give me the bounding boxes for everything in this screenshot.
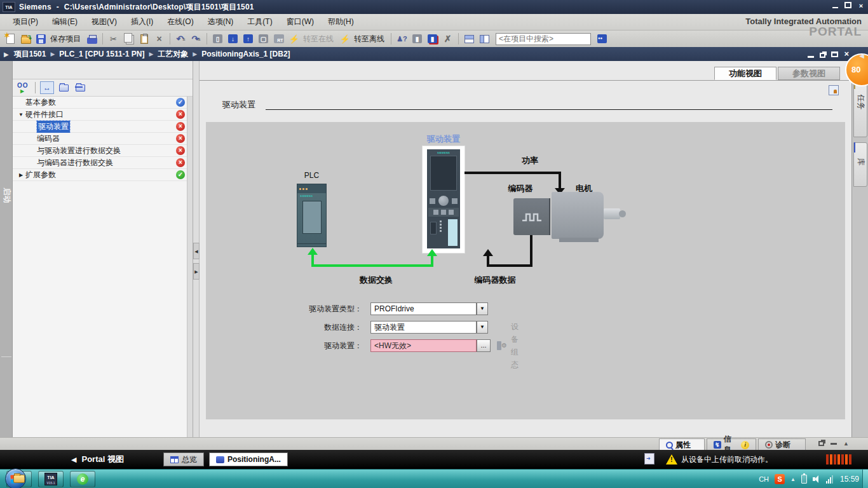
- inspector-minimize-icon[interactable]: [831, 443, 837, 445]
- menu-options[interactable]: 选项(N): [201, 15, 240, 29]
- clock[interactable]: 15:59: [840, 475, 859, 484]
- inspector-collapse-icon[interactable]: ▲: [843, 440, 849, 447]
- network-signal-icon[interactable]: [826, 475, 833, 484]
- device-configuration-label[interactable]: 设备组态: [511, 320, 519, 371]
- device-configuration-icon[interactable]: [497, 341, 507, 351]
- portal-view-label[interactable]: Portal 视图: [81, 454, 123, 465]
- search-project-icon[interactable]: [595, 32, 609, 46]
- collapse-left-icon[interactable]: ◀: [193, 243, 200, 259]
- go-offline-icon[interactable]: ⚡: [338, 32, 351, 46]
- cut-icon[interactable]: ✂: [107, 32, 120, 46]
- close-all-folders-icon[interactable]: [73, 81, 87, 94]
- sync-view-icon[interactable]: ↔: [40, 81, 54, 94]
- menu-insert[interactable]: 插入(I): [125, 15, 159, 29]
- tree-item-extended-parameters[interactable]: ▶ 扩展参数 ✓: [13, 169, 193, 181]
- show-desktop-button[interactable]: [862, 470, 868, 488]
- drive-link-label[interactable]: 驱动装置: [419, 133, 468, 145]
- copy-icon[interactable]: [122, 32, 135, 46]
- overview-button[interactable]: 总览: [163, 452, 204, 466]
- device-info-icon[interactable]: ▮: [410, 32, 424, 46]
- data-connection-select[interactable]: 驱动装置: [370, 321, 477, 334]
- language-indicator[interactable]: CH: [759, 475, 769, 483]
- maximize-icon[interactable]: [844, 2, 851, 8]
- paste-icon[interactable]: [137, 32, 151, 46]
- tasks-tab[interactable]: 任务: [853, 79, 867, 137]
- tab-diagnostics[interactable]: 诊断: [758, 438, 806, 451]
- new-project-icon[interactable]: ✶: [4, 32, 17, 46]
- stop-cpu-icon[interactable]: ↑: [241, 32, 255, 46]
- tree-item-encoder-data-exchange[interactable]: 与编码器进行数据交换 ×: [13, 157, 193, 169]
- chevron-down-icon[interactable]: ▼: [477, 302, 488, 315]
- menu-help[interactable]: 帮助(H): [322, 15, 360, 29]
- undo-icon[interactable]: ↶±: [174, 32, 187, 46]
- split-horizontal-icon[interactable]: [463, 32, 476, 46]
- taskbar-browser-button[interactable]: e: [70, 471, 95, 487]
- open-project-icon[interactable]: ↴: [19, 32, 32, 46]
- tray-expand-icon[interactable]: ▲: [790, 477, 796, 482]
- go-online-icon[interactable]: ⚡: [287, 32, 301, 46]
- menu-online[interactable]: 在线(O): [161, 15, 200, 29]
- split-vertical-icon[interactable]: [478, 32, 491, 46]
- tab-parameter-view[interactable]: 参数视图: [778, 67, 840, 80]
- open-all-folders-icon[interactable]: [57, 81, 71, 94]
- search-input[interactable]: [496, 33, 591, 45]
- start-runtime-icon[interactable]: RT: [272, 32, 285, 46]
- startup-rail-label[interactable]: 启动: [1, 188, 12, 200]
- menu-tools[interactable]: 工具(T): [241, 15, 278, 29]
- menu-view[interactable]: 视图(V): [85, 15, 123, 29]
- tree-item-encoder[interactable]: 编码器 ×: [13, 133, 193, 145]
- tab-info[interactable]: ↯ 信息 i: [707, 438, 756, 451]
- device-error-icon[interactable]: ▮: [426, 32, 439, 46]
- expand-icon[interactable]: ▶: [18, 172, 24, 178]
- accessible-devices-icon[interactable]: ▢: [257, 32, 270, 46]
- collapse-rail-icon[interactable]: ◀: [859, 52, 864, 59]
- snapshot-icon[interactable]: [829, 85, 839, 95]
- minimize-icon[interactable]: [831, 2, 839, 10]
- editor-minimize-icon[interactable]: [808, 56, 814, 58]
- battery-icon[interactable]: [801, 475, 807, 484]
- collapse-icon[interactable]: ▼: [18, 112, 24, 118]
- editor-restore-icon[interactable]: [820, 53, 825, 58]
- close-icon[interactable]: ×: [857, 2, 865, 10]
- go-offline-label[interactable]: 转至离线: [354, 34, 384, 44]
- drive-type-select[interactable]: PROFIdrive: [370, 302, 477, 315]
- redo-icon[interactable]: ↷±: [189, 32, 203, 46]
- breadcrumb-plc[interactable]: PLC_1 [CPU 1511-1 PN]: [59, 50, 144, 58]
- sogou-input-icon[interactable]: S: [775, 474, 785, 484]
- save-project-label[interactable]: 保存项目: [50, 34, 81, 44]
- close-editor-icon[interactable]: ✗: [441, 32, 454, 46]
- drive-device-field[interactable]: <HW无效>: [370, 339, 477, 352]
- print-icon[interactable]: [85, 32, 98, 46]
- monitor-all-icon[interactable]: [17, 81, 31, 94]
- portal-view-arrow-icon[interactable]: ◀: [71, 456, 76, 464]
- panel-splitter[interactable]: ◀ ▶: [193, 61, 200, 437]
- breadcrumb-project[interactable]: 项目1501: [14, 49, 46, 60]
- breadcrumb-positioning-axis[interactable]: PositioningAxis_1 [DB2]: [201, 50, 290, 58]
- positioning-axis-button[interactable]: PositioningA...: [209, 452, 288, 466]
- start-cpu-icon[interactable]: ↓: [226, 32, 240, 46]
- inspector-restore-icon[interactable]: [818, 441, 824, 446]
- tree-scrollbar[interactable]: [187, 97, 193, 437]
- expand-right-icon[interactable]: ▶: [193, 263, 200, 280]
- taskbar-tia-button[interactable]: TIAV15.1: [38, 471, 64, 487]
- tree-item-hardware-interface[interactable]: ▼ 硬件件接口 ×: [13, 109, 193, 121]
- editor-close-icon[interactable]: ×: [844, 50, 849, 58]
- breadcrumb-tech-objects[interactable]: 工艺对象: [158, 49, 188, 60]
- breadcrumb-lead-icon[interactable]: ▶: [4, 51, 9, 58]
- go-online-label[interactable]: 转至在线: [303, 34, 334, 44]
- delete-icon[interactable]: ×: [153, 32, 166, 46]
- download-to-device-icon[interactable]: ▯: [211, 32, 224, 46]
- editor-maximize-icon[interactable]: [831, 51, 838, 57]
- libraries-tab[interactable]: 库: [853, 142, 867, 187]
- tab-properties[interactable]: 属性: [659, 438, 705, 451]
- tree-item-drive[interactable]: 驱动装置 ×: [13, 121, 193, 133]
- speaker-icon[interactable]: [813, 475, 820, 483]
- online-diagnostics-icon[interactable]: ♟?: [395, 32, 409, 46]
- menu-edit[interactable]: 编辑(E): [46, 15, 84, 29]
- browse-button[interactable]: ...: [477, 339, 491, 352]
- tree-item-drive-data-exchange[interactable]: 与驱动装置进行数据交换 ×: [13, 145, 193, 157]
- tree-item-basic-parameters[interactable]: 基本参数 ✓: [13, 97, 193, 109]
- tab-function-view[interactable]: 功能视图: [714, 67, 776, 80]
- menu-project[interactable]: 项目(P): [6, 15, 44, 29]
- chevron-down-icon[interactable]: ▼: [477, 321, 488, 334]
